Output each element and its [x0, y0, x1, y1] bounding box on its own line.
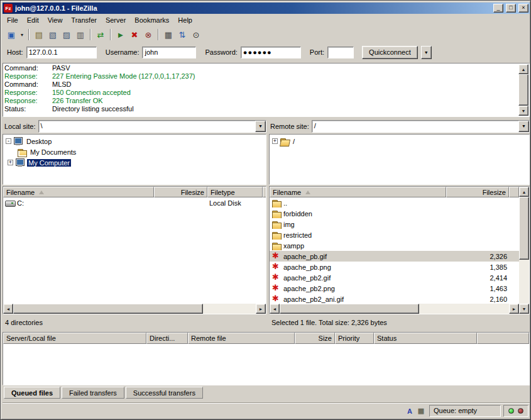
open-folder-icon — [280, 137, 290, 146]
menu-edit[interactable]: Edit — [23, 14, 43, 26]
column-last-modified[interactable]: L — [263, 187, 266, 197]
toggle-remote-tree-icon[interactable]: ▨ — [60, 28, 74, 41]
scroll-right-icon[interactable] — [256, 304, 266, 314]
tree-item-my-computer[interactable]: + My Computer — [4, 157, 265, 168]
C:[interactable]: C: Local Disk — [3, 197, 266, 208]
scroll-down-icon[interactable] — [518, 106, 528, 116]
column-filename[interactable]: Filename — [3, 187, 154, 197]
menu-file[interactable]: File — [3, 14, 23, 26]
toolbar: ▣▾ ▤▧▨▥ ⇄ ►✖⊗ ▦⇅⊙ — [3, 26, 530, 43]
toggle-local-tree-icon[interactable]: ▧ — [46, 28, 60, 41]
log-scrollbar[interactable] — [518, 64, 528, 116]
directory-comparison-icon[interactable]: ▦ — [161, 28, 175, 41]
expand-expander-icon[interactable]: + — [8, 160, 13, 165]
menu-help[interactable]: Help — [173, 14, 197, 26]
toolbar-separator — [158, 29, 159, 40]
scrollbar-thumb[interactable] — [280, 304, 419, 314]
remote-site-combo[interactable]: / — [312, 120, 530, 133]
apache_pb.png[interactable]: apache_pb.png 1,385 — [270, 262, 519, 272]
remote-vertical-scrollbar[interactable] — [519, 187, 529, 314]
maximize-button[interactable]: □ — [506, 4, 516, 13]
password-input[interactable] — [241, 47, 301, 58]
site-manager-dropdown-icon[interactable]: ▾ — [18, 28, 26, 41]
remote-horizontal-scrollbar[interactable] — [270, 304, 519, 314]
apache_pb2_ani.gif[interactable]: apache_pb2_ani.gif 2,160 — [270, 294, 519, 304]
host-input[interactable] — [26, 47, 97, 58]
scroll-down-icon[interactable] — [519, 304, 529, 314]
column-filesize[interactable]: Filesize — [446, 187, 509, 197]
scroll-left-icon[interactable] — [3, 304, 13, 314]
column-server-local-file[interactable]: Server/Local file — [3, 333, 146, 344]
tree-item-my-documents[interactable]: My Documents — [4, 146, 265, 157]
menu-server[interactable]: Server — [101, 14, 130, 26]
tab-successful-transfers[interactable]: Successful transfers — [126, 387, 203, 399]
column-status[interactable]: Status — [374, 333, 477, 344]
tab-failed-transfers[interactable]: Failed transfers — [62, 387, 124, 399]
tree-item-root[interactable]: + / — [270, 136, 528, 146]
..[interactable]: .. — [270, 197, 519, 208]
quickconnect-button[interactable]: Quickconnect — [362, 46, 418, 59]
column-filesize[interactable]: Filesize — [154, 187, 207, 197]
toggle-message-log-icon[interactable]: ▤ — [32, 28, 46, 41]
find-files-icon[interactable]: ⊙ — [189, 28, 203, 41]
menu-bookmarks[interactable]: Bookmarks — [130, 14, 173, 26]
log-line: Command:PASV — [4, 64, 518, 72]
column-filename[interactable]: Filename — [270, 187, 446, 197]
apache_pb.gif[interactable]: apache_pb.gif 2,326 — [270, 251, 519, 262]
synchronized-browsing-icon[interactable]: ⇅ — [175, 28, 189, 41]
scrollbar-thumb[interactable] — [13, 304, 203, 314]
column-size[interactable]: Size — [295, 333, 335, 344]
close-button[interactable]: × — [518, 4, 528, 13]
remote-site-value[interactable]: / — [312, 121, 518, 132]
titlebar[interactable]: Fz john@127.0.0.1 - FileZilla _ □ × — [3, 3, 530, 14]
toolbar-separator — [110, 29, 111, 40]
scrollbar-thumb[interactable] — [519, 197, 529, 260]
restricted[interactable]: restricted — [270, 229, 519, 240]
forbidden[interactable]: forbidden — [270, 208, 519, 219]
log-line: Command:MLSD — [4, 80, 518, 89]
collapse-expander-icon[interactable]: - — [6, 138, 11, 144]
tree-item-desktop[interactable]: - Desktop — [4, 136, 265, 146]
port-input[interactable] — [327, 47, 354, 58]
apache_pb2.png[interactable]: apache_pb2.png 1,463 — [270, 283, 519, 294]
local-site-combo[interactable]: \ — [38, 120, 266, 133]
host-label: Host: — [7, 48, 23, 56]
menu-view[interactable]: View — [43, 14, 67, 26]
sort-asc-icon — [39, 191, 44, 194]
column-remote-file[interactable]: Remote file — [188, 333, 295, 344]
remote-site-row: Remote site: / — [269, 119, 530, 133]
column-priority[interactable]: Priority — [335, 333, 374, 344]
toolbar-separator — [28, 29, 30, 40]
tab-queued-files[interactable]: Queued files — [4, 387, 60, 399]
chevron-down-icon[interactable] — [255, 121, 266, 132]
local-site-value[interactable]: \ — [39, 121, 255, 132]
site-manager-icon[interactable]: ▣ — [4, 28, 18, 41]
local-horizontal-scrollbar[interactable] — [3, 304, 266, 314]
scroll-up-icon[interactable] — [519, 187, 529, 197]
scroll-left-icon[interactable] — [270, 304, 280, 314]
log-lines: Command:PASV Response:227 Entering Passi… — [4, 64, 518, 113]
disconnect-icon[interactable]: ⊗ — [141, 28, 155, 41]
process-queue-icon[interactable]: ► — [114, 28, 128, 41]
menu-transfer[interactable]: Transfer — [67, 14, 101, 26]
cancel-icon[interactable]: ✖ — [128, 28, 141, 41]
toggle-queue-icon[interactable]: ▥ — [74, 28, 87, 41]
column-direction[interactable]: Directi... — [146, 333, 188, 344]
column-filetype[interactable]: Filetype — [207, 187, 263, 197]
toolbar-separator — [90, 29, 91, 40]
quickconnect-dropdown-icon[interactable] — [421, 46, 432, 59]
expand-expander-icon[interactable]: + — [272, 138, 278, 144]
xampp[interactable]: xampp — [270, 240, 519, 251]
transfer-type-icon[interactable]: A — [404, 406, 415, 417]
scroll-right-icon[interactable] — [509, 304, 519, 314]
encryption-status-icon[interactable]: ▦ — [415, 406, 427, 417]
img[interactable]: img — [270, 219, 519, 229]
username-input[interactable] — [142, 47, 196, 58]
scroll-up-icon[interactable] — [518, 64, 528, 74]
file-type-icon — [271, 263, 282, 272]
minimize-button[interactable]: _ — [493, 4, 503, 13]
chevron-down-icon[interactable] — [518, 121, 529, 132]
apache_pb2.gif[interactable]: apache_pb2.gif 2,414 — [270, 272, 519, 283]
scrollbar-thumb[interactable] — [518, 74, 528, 106]
refresh-icon[interactable]: ⇄ — [94, 28, 107, 41]
